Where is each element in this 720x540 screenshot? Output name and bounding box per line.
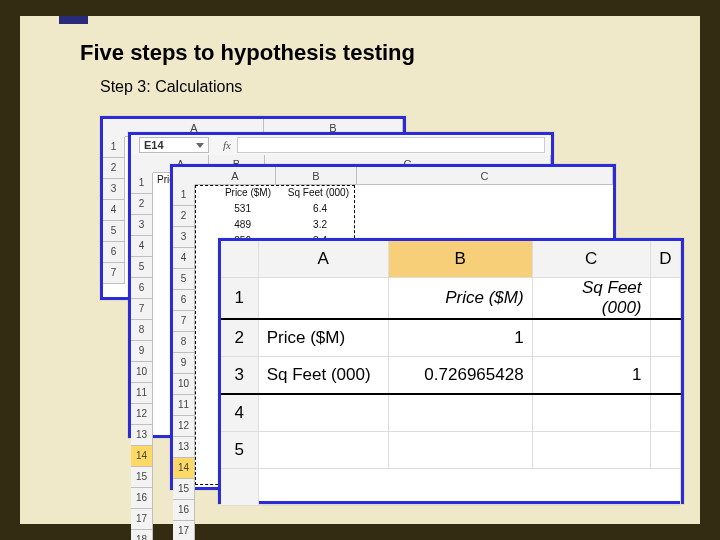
cell-B2: 1 bbox=[388, 319, 532, 357]
name-box-value: E14 bbox=[144, 139, 164, 151]
row-header[interactable]: 5 bbox=[103, 221, 125, 242]
row-header[interactable]: 15 bbox=[173, 479, 195, 500]
row-header[interactable]: 5 bbox=[131, 257, 153, 278]
row-header[interactable]: 15 bbox=[131, 467, 153, 488]
col-header-A[interactable]: A bbox=[258, 241, 388, 278]
row-header[interactable]: 11 bbox=[173, 395, 195, 416]
row-header[interactable]: 8 bbox=[173, 332, 195, 353]
cell-C3: 1 bbox=[532, 357, 650, 395]
row-header[interactable]: 9 bbox=[131, 341, 153, 362]
row-header[interactable]: 1 bbox=[103, 137, 125, 158]
row-header[interactable]: 17 bbox=[173, 521, 195, 540]
row-headers: 1 2 3 4 5 6 7 8 9 10 11 12 13 14 15 16 1… bbox=[131, 173, 153, 435]
cell-A2: Price ($M) bbox=[258, 319, 388, 357]
row-header[interactable]: 1 bbox=[221, 278, 258, 320]
row-header[interactable]: 5 bbox=[173, 269, 195, 290]
row-header[interactable]: 3 bbox=[221, 357, 258, 395]
col-header-B-selected[interactable]: B bbox=[388, 241, 532, 278]
col-header-A[interactable]: A bbox=[195, 167, 276, 185]
row-header[interactable]: 12 bbox=[131, 404, 153, 425]
row-header[interactable]: 8 bbox=[131, 320, 153, 341]
row-header[interactable]: 7 bbox=[173, 311, 195, 332]
name-box[interactable]: E14 bbox=[139, 137, 209, 153]
row-header[interactable]: 13 bbox=[173, 437, 195, 458]
row-header[interactable]: 2 bbox=[173, 206, 195, 227]
row-header[interactable]: 13 bbox=[131, 425, 153, 446]
cell-B3: 0.726965428 bbox=[388, 357, 532, 395]
row-headers: 1 2 3 4 5 6 7 8 9 10 11 12 13 14 15 16 1… bbox=[173, 185, 195, 487]
insert-function-icon[interactable]: fx bbox=[223, 139, 231, 151]
correlation-table: A B C D 1 Price ($M) Sq Feet (000) 2 Pri… bbox=[221, 241, 681, 506]
select-all-corner[interactable] bbox=[131, 155, 154, 174]
col-header-C[interactable]: C bbox=[357, 167, 613, 185]
row-header[interactable]: 3 bbox=[173, 227, 195, 248]
col-header-D[interactable]: D bbox=[650, 241, 680, 278]
cell-C1: Sq Feet (000) bbox=[532, 278, 650, 320]
row-header[interactable]: 4 bbox=[173, 248, 195, 269]
row-header[interactable]: 16 bbox=[173, 500, 195, 521]
formula-bar: E14 fx bbox=[131, 135, 551, 156]
row-header[interactable]: 10 bbox=[131, 362, 153, 383]
row-headers: 1 2 3 4 5 6 7 bbox=[103, 137, 125, 297]
slide-title: Five steps to hypothesis testing bbox=[80, 40, 415, 66]
slide-canvas: Five steps to hypothesis testing Step 3:… bbox=[20, 16, 700, 524]
row-header[interactable]: 18 bbox=[131, 530, 153, 540]
row-header[interactable]: 6 bbox=[131, 278, 153, 299]
row-header[interactable]: 2 bbox=[103, 158, 125, 179]
formula-input[interactable] bbox=[237, 137, 545, 153]
row-header[interactable]: 1 bbox=[131, 173, 153, 194]
row-header[interactable]: 16 bbox=[131, 488, 153, 509]
row-header[interactable]: 3 bbox=[103, 179, 125, 200]
column-headers: A B C bbox=[195, 167, 613, 185]
select-all-corner[interactable] bbox=[173, 167, 196, 186]
cell-A3: Sq Feet (000) bbox=[258, 357, 388, 395]
select-all-corner[interactable] bbox=[103, 119, 126, 138]
row-header[interactable]: 4 bbox=[221, 394, 258, 432]
row-header[interactable]: 7 bbox=[103, 263, 125, 284]
row-header[interactable]: 7 bbox=[131, 299, 153, 320]
row-header[interactable]: 12 bbox=[173, 416, 195, 437]
row-header[interactable]: 4 bbox=[131, 236, 153, 257]
row-header-selected[interactable]: 14 bbox=[173, 458, 195, 479]
row-header-selected[interactable]: 14 bbox=[131, 446, 153, 467]
row-header[interactable]: 17 bbox=[131, 509, 153, 530]
chevron-down-icon bbox=[196, 143, 204, 148]
col-header-B[interactable]: B bbox=[276, 167, 357, 185]
row-header[interactable]: 2 bbox=[131, 194, 153, 215]
select-all-corner[interactable] bbox=[221, 241, 258, 278]
row-header[interactable]: 5 bbox=[221, 432, 258, 469]
row-header[interactable]: 10 bbox=[173, 374, 195, 395]
col-header-C[interactable]: C bbox=[532, 241, 650, 278]
row-header[interactable]: 6 bbox=[103, 242, 125, 263]
row-header[interactable]: 9 bbox=[173, 353, 195, 374]
row-header[interactable]: 11 bbox=[131, 383, 153, 404]
slide-subtitle: Step 3: Calculations bbox=[100, 78, 242, 96]
screenshot-correlation-output: A B C D 1 Price ($M) Sq Feet (000) 2 Pri… bbox=[218, 238, 684, 504]
row-header[interactable]: 6 bbox=[173, 290, 195, 311]
row-header[interactable]: 4 bbox=[103, 200, 125, 221]
row-header[interactable]: 1 bbox=[173, 185, 195, 206]
row-header[interactable]: 2 bbox=[221, 319, 258, 357]
cell-B1: Price ($M) bbox=[388, 278, 532, 320]
accent-bar bbox=[59, 16, 88, 24]
row-header[interactable]: 3 bbox=[131, 215, 153, 236]
